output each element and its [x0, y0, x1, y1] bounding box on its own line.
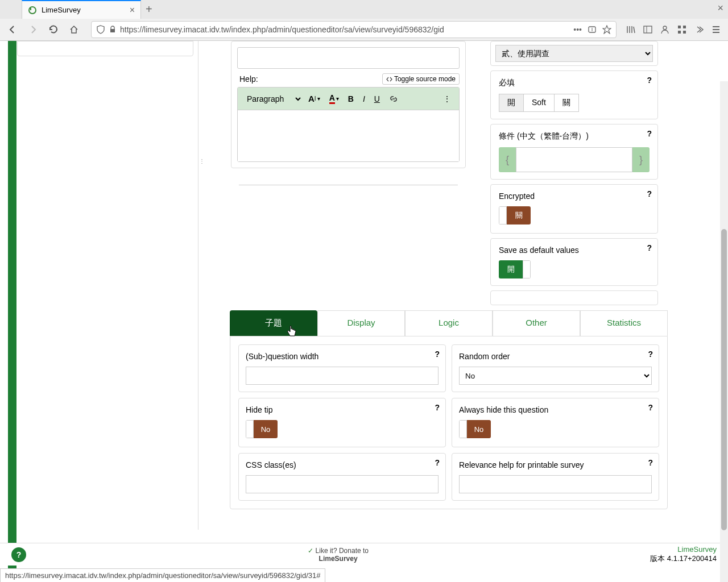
footer-help-button[interactable]: ? [11, 547, 26, 562]
help-icon[interactable]: ? [647, 243, 652, 252]
italic-button[interactable]: I [359, 92, 369, 106]
condition-label: 條件 (中文（繁體-台灣）) [499, 131, 650, 142]
browser-tab[interactable]: LimeSurvey × [22, 0, 141, 19]
reader-icon[interactable] [588, 25, 597, 34]
help-icon[interactable]: ? [647, 129, 652, 138]
vertical-divider [198, 41, 198, 530]
bookmark-icon[interactable] [602, 25, 611, 34]
page-content: ⋮ Help: Toggle source mode Paragraph AI▾… [0, 41, 728, 582]
question-editor-card: Help: Toggle source mode Paragraph AI▾ A… [231, 41, 466, 168]
menu-icon[interactable] [711, 24, 721, 35]
required-soft-button[interactable]: Soft [524, 94, 555, 112]
required-label: 必填 [499, 78, 650, 88]
svg-rect-6 [683, 26, 686, 28]
underline-button[interactable]: U [371, 92, 383, 106]
question-text-editor[interactable] [237, 47, 460, 69]
css-classes-input[interactable] [246, 475, 439, 493]
lock-icon[interactable] [109, 26, 117, 34]
save-default-toggle[interactable]: 開 [499, 260, 531, 278]
url-bar[interactable]: https://limesurvey.imacat.idv.tw/index.p… [91, 21, 617, 38]
home-button[interactable] [66, 22, 82, 38]
tab-display[interactable]: Display [317, 310, 405, 336]
font-size-button[interactable]: AI▾ [305, 92, 324, 106]
required-on-button[interactable]: 開 [499, 94, 524, 112]
required-setting: ? 必填 開 Soft 關 [490, 70, 658, 119]
vertical-scrollbar[interactable] [720, 81, 728, 582]
css-classes-card: ? CSS class(es) [238, 453, 446, 501]
help-icon[interactable]: ? [435, 458, 440, 467]
condition-input[interactable] [516, 147, 632, 172]
shield-icon[interactable] [96, 25, 105, 34]
tab-statistics[interactable]: Statistics [580, 310, 668, 336]
tab-subquestions[interactable]: 子題 [230, 310, 317, 336]
bold-button[interactable]: B [345, 92, 357, 106]
extensions-icon[interactable] [677, 24, 687, 35]
help-icon[interactable]: ? [648, 458, 653, 467]
random-order-select[interactable]: No [459, 367, 652, 385]
help-label: Help: [237, 74, 258, 84]
encrypted-setting: ? Encrypted 關 [490, 184, 658, 234]
font-color-button[interactable]: A▾ [326, 91, 342, 106]
left-sidebar-indicator [8, 41, 16, 582]
status-bar: https://limesurvey.imacat.idv.tw/index.p… [0, 568, 325, 582]
help-icon[interactable]: ? [435, 403, 440, 412]
settings-column: 貳、使用調查 ? 必填 開 Soft 關 ? 條件 (中文（繁體-台灣）) { … [490, 41, 658, 310]
tabs-row: 子題 Display Logic Other Statistics [230, 310, 668, 336]
brace-left-icon: { [499, 147, 516, 172]
svg-rect-3 [644, 26, 652, 33]
sidebar-icon[interactable] [643, 24, 653, 35]
subquestion-width-input[interactable] [246, 367, 439, 385]
toggle-source-button[interactable]: Toggle source mode [382, 73, 460, 85]
hide-tip-toggle[interactable]: No [246, 420, 278, 438]
always-hide-toggle[interactable]: No [459, 420, 491, 438]
drag-handle-icon[interactable]: ⋮ [199, 158, 205, 164]
question-group-select[interactable]: 貳、使用調查 [495, 45, 653, 62]
help-icon[interactable]: ? [647, 189, 652, 198]
tab-logic[interactable]: Logic [405, 310, 493, 336]
account-icon[interactable] [660, 24, 670, 35]
paragraph-select[interactable]: Paragraph [242, 92, 303, 106]
svg-point-4 [663, 26, 667, 30]
horizontal-divider [239, 185, 458, 185]
help-icon[interactable]: ? [435, 350, 440, 359]
tab-bar: LimeSurvey × + × [0, 0, 728, 19]
version-text: 版本 4.1.17+200414 [650, 554, 717, 564]
left-panel-card [17, 41, 193, 56]
link-button[interactable] [386, 92, 402, 106]
help-editor-content[interactable] [238, 110, 459, 161]
window-close-icon[interactable]: × [717, 2, 723, 14]
url-text: https://limesurvey.imacat.idv.tw/index.p… [120, 25, 570, 34]
help-icon[interactable]: ? [647, 76, 652, 85]
library-icon[interactable] [626, 24, 636, 35]
svg-rect-1 [110, 29, 115, 32]
help-icon[interactable]: ? [648, 403, 653, 412]
save-default-label: Save as default values [499, 246, 650, 255]
ellipsis-icon[interactable]: ••• [573, 25, 582, 34]
tab-title: LimeSurvey [42, 6, 130, 14]
options-tabs-section: 子題 Display Logic Other Statistics ? (Sub… [230, 310, 668, 509]
overflow-icon[interactable] [694, 24, 704, 35]
required-off-button[interactable]: 關 [555, 94, 579, 112]
help-editor: Paragraph AI▾ A▾ B I U ⋮ [237, 87, 460, 162]
help-icon[interactable]: ? [648, 350, 653, 359]
forward-button[interactable] [25, 22, 41, 38]
back-button[interactable] [5, 22, 20, 38]
tab-close-icon[interactable]: × [130, 5, 135, 15]
footer: ? ✓ Like it? Donate to LimeSurvey LimeSu… [0, 543, 728, 566]
tab-other[interactable]: Other [493, 310, 580, 336]
subquestion-width-card: ? (Sub-)question width [238, 344, 446, 392]
relevance-help-input[interactable] [459, 475, 652, 493]
relevance-help-card: ? Relevance help for printable survey [452, 453, 659, 501]
more-button[interactable]: ⋮ [440, 92, 454, 106]
svg-rect-7 [678, 31, 681, 34]
reload-button[interactable] [46, 22, 61, 38]
limesurvey-link[interactable]: LimeSurvey [650, 545, 717, 554]
donate-link[interactable]: ✓ Like it? Donate to LimeSurvey [308, 547, 369, 563]
scrollbar-thumb[interactable] [721, 229, 727, 530]
new-tab-button[interactable]: + [146, 3, 152, 16]
encrypted-toggle[interactable]: 關 [499, 206, 531, 225]
random-order-card: ? Random order No [452, 344, 659, 392]
save-default-setting: ? Save as default values 開 [490, 238, 658, 286]
svg-point-0 [29, 7, 36, 14]
always-hide-card: ? Always hide this question No [452, 398, 659, 447]
